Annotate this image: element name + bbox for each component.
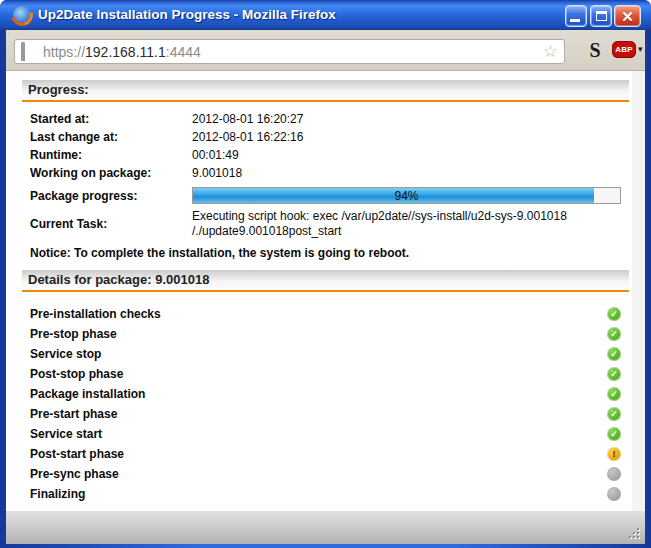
package-progress-bar: 94% bbox=[192, 187, 621, 204]
step-row-post-start-phase: Post-start phase ! bbox=[6, 444, 632, 464]
current-task-value: Executing script hook: exec /var/up2date… bbox=[192, 209, 567, 239]
url-text[interactable]: https://192.168.11.1:4444 bbox=[43, 44, 201, 60]
current-task-line2: /./update9.001018post_start bbox=[192, 224, 341, 238]
step-label: Package installation bbox=[30, 387, 145, 401]
step-label: Post-stop phase bbox=[30, 367, 123, 381]
close-button[interactable]: ✕ bbox=[614, 5, 641, 27]
adblock-dropdown-caret-icon[interactable]: ▾ bbox=[638, 44, 643, 54]
current-task-row: Current Task: Executing script hook: exe… bbox=[6, 209, 632, 239]
maximize-icon bbox=[596, 11, 607, 21]
url-scheme: https:// bbox=[43, 44, 85, 60]
progress-section-header: Progress: bbox=[22, 80, 629, 102]
url-bar[interactable]: https://192.168.11.1:4444 ☆ bbox=[14, 39, 565, 64]
minimize-button[interactable] bbox=[565, 5, 587, 27]
info-row-started: Started at: 2012-08-01 16:20:27 bbox=[6, 110, 632, 128]
status-ok-icon: ✓ bbox=[607, 347, 621, 361]
reboot-notice: Notice: To complete the installation, th… bbox=[30, 246, 632, 260]
status-warning-icon: ! bbox=[607, 447, 621, 461]
adblock-plus-icon[interactable]: ABP bbox=[612, 41, 636, 58]
progress-info-table: Started at: 2012-08-01 16:20:27 Last cha… bbox=[6, 110, 632, 239]
status-ok-icon: ✓ bbox=[607, 307, 621, 321]
status-ok-icon: ✓ bbox=[607, 407, 621, 421]
browser-window: Up2Date Installation Progress - Mozilla … bbox=[0, 0, 651, 548]
current-task-line1: Executing script hook: exec /var/up2date… bbox=[192, 209, 567, 223]
package-progress-percent: 94% bbox=[193, 188, 620, 203]
step-row-pre-installation-checks: Pre-installation checks ✓ bbox=[6, 304, 632, 324]
package-progress-row: Package progress: 94% bbox=[6, 187, 632, 204]
lock-icon bbox=[21, 44, 35, 60]
step-label: Pre-stop phase bbox=[30, 327, 117, 341]
url-host: 192.168.11.1 bbox=[85, 44, 166, 60]
minimize-icon bbox=[570, 19, 580, 22]
info-row-last-change: Last change at: 2012-08-01 16:22:16 bbox=[6, 128, 632, 146]
status-bar bbox=[6, 511, 645, 544]
step-label: Finalizing bbox=[30, 487, 85, 501]
bookmark-star-icon[interactable]: ☆ bbox=[543, 43, 558, 60]
step-row-pre-start-phase: Pre-start phase ✓ bbox=[6, 404, 632, 424]
step-row-post-stop-phase: Post-stop phase ✓ bbox=[6, 364, 632, 384]
step-row-finalizing: Finalizing bbox=[6, 484, 632, 504]
url-port: :4444 bbox=[166, 44, 201, 60]
row-label: Current Task: bbox=[30, 215, 192, 233]
titlebar[interactable]: Up2Date Installation Progress - Mozilla … bbox=[0, 0, 651, 30]
noscript-icon[interactable]: S bbox=[584, 38, 606, 62]
step-label: Pre-sync phase bbox=[30, 467, 119, 481]
status-pending-icon bbox=[607, 487, 621, 501]
status-pending-icon bbox=[607, 467, 621, 481]
details-section-header: Details for package: 9.001018 bbox=[22, 270, 629, 292]
page-content: Progress: Started at: 2012-08-01 16:20:2… bbox=[6, 71, 632, 511]
page-viewport: Progress: Started at: 2012-08-01 16:20:2… bbox=[6, 71, 645, 511]
step-label: Service stop bbox=[30, 347, 101, 361]
info-row-working-package: Working on package: 9.001018 bbox=[6, 164, 632, 182]
window-title: Up2Date Installation Progress - Mozilla … bbox=[38, 7, 336, 22]
status-ok-icon: ✓ bbox=[607, 387, 621, 401]
step-row-package-installation: Package installation ✓ bbox=[6, 384, 632, 404]
step-row-service-stop: Service stop ✓ bbox=[6, 344, 632, 364]
resize-grip[interactable] bbox=[629, 528, 641, 540]
status-ok-icon: ✓ bbox=[607, 367, 621, 381]
row-label: Last change at: bbox=[30, 128, 192, 146]
package-steps-list: Pre-installation checks ✓ Pre-stop phase… bbox=[6, 304, 632, 504]
row-value: 2012-08-01 16:22:16 bbox=[192, 128, 303, 146]
row-value: 2012-08-01 16:20:27 bbox=[192, 110, 303, 128]
row-label: Runtime: bbox=[30, 146, 192, 164]
row-value: 9.001018 bbox=[192, 164, 242, 182]
status-ok-icon: ✓ bbox=[607, 327, 621, 341]
step-label: Pre-start phase bbox=[30, 407, 117, 421]
step-label: Pre-installation checks bbox=[30, 307, 161, 321]
maximize-button[interactable] bbox=[590, 5, 612, 27]
step-row-pre-sync-phase: Pre-sync phase bbox=[6, 464, 632, 484]
step-row-service-start: Service start ✓ bbox=[6, 424, 632, 444]
status-ok-icon: ✓ bbox=[607, 427, 621, 441]
row-label: Package progress: bbox=[30, 187, 192, 205]
step-label: Service start bbox=[30, 427, 102, 441]
close-icon: ✕ bbox=[621, 9, 634, 24]
row-label: Working on package: bbox=[30, 164, 192, 182]
row-value: 00:01:49 bbox=[192, 146, 239, 164]
step-label: Post-start phase bbox=[30, 447, 124, 461]
firefox-icon bbox=[13, 6, 31, 24]
row-label: Started at: bbox=[30, 110, 192, 128]
step-row-pre-stop-phase: Pre-stop phase ✓ bbox=[6, 324, 632, 344]
info-row-runtime: Runtime: 00:01:49 bbox=[6, 146, 632, 164]
navigation-toolbar: https://192.168.11.1:4444 ☆ S ABP ▾ bbox=[6, 30, 645, 71]
